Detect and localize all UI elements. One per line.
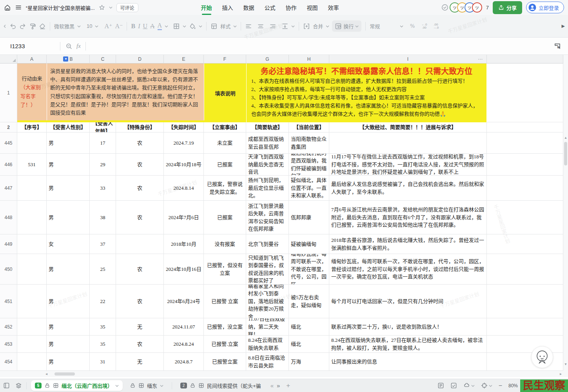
fx-icon[interactable]: fx (76, 43, 81, 49)
cell[interactable]: 无 (116, 353, 164, 371)
sheet-tab-minjian[interactable]: 2 民间线索提供（蛇头+骗 (176, 380, 265, 391)
cell[interactable]: 37 (90, 234, 116, 254)
cell[interactable]: 2018年10月 (164, 234, 204, 254)
sheet-tab-miandong[interactable]: 缅东 (126, 380, 167, 391)
borders-dropdown-icon[interactable] (183, 25, 186, 27)
fill-color-dropdown-icon[interactable] (199, 25, 202, 27)
cell[interactable]: 531 (17, 154, 47, 176)
menu-formula[interactable]: 公式 (265, 4, 276, 11)
header-cell[interactable]: 【立案事由】 (204, 122, 246, 132)
zoom-level[interactable]: 80% (508, 383, 518, 388)
column-header-h[interactable]: H (289, 55, 329, 64)
vertical-scrollbar[interactable]: ▴ ▾ (563, 55, 568, 377)
toolbar-more-icon[interactable]: ▶ (562, 24, 565, 29)
cell-fill-instructions-label[interactable]: 填表说明 (204, 64, 247, 122)
cell[interactable] (17, 353, 47, 371)
cell-origin-title[interactable]: 行动由来 （大家别写名字了！） (17, 64, 47, 120)
cell[interactable]: 2018年去曼谷旅游，随后说去缅北赚大钱，然后失踪了。曾经发过一张满脸鲜血人事不… (329, 234, 487, 254)
scroll-left-icon[interactable]: ◂ (45, 372, 47, 376)
cell[interactable]: 25 (90, 254, 116, 285)
header-cell[interactable]: 【当前位置】 (289, 122, 329, 132)
sheet-tab-dropdown-icon[interactable] (160, 385, 163, 387)
cell[interactable]: 疑似缅北，具体位置不详。一直未和家人联系。 (289, 176, 329, 201)
horizontal-scroll-thumb[interactable] (54, 372, 75, 376)
cell[interactable]: 已报案，警察说是失踪立案。 (204, 176, 246, 201)
cell[interactable] (487, 336, 563, 353)
italic-icon[interactable]: I (138, 23, 140, 30)
fill-color-icon[interactable] (189, 23, 196, 30)
row-number[interactable]: 447 (0, 176, 17, 201)
cell[interactable]: 无 (116, 318, 164, 336)
style-dropdown-icon[interactable] (233, 25, 237, 27)
cell[interactable]: 35 (90, 318, 116, 336)
cell[interactable]: 已报警.立案 (204, 336, 246, 353)
cell-privacy-notice[interactable]: 务必注意隐秘填写！不需细致暴露亲人信息！！只需大致方位 1、本表为在线表格任何人… (247, 64, 487, 122)
percent-format-icon[interactable]: % (410, 23, 415, 29)
row-number[interactable]: 453 (0, 336, 17, 353)
cell[interactable] (17, 176, 47, 201)
cell[interactable]: 农 (116, 132, 164, 154)
cell[interactable]: 已报警，但没有立案 (204, 254, 246, 285)
row-number[interactable]: 446 (0, 154, 17, 176)
header-cell[interactable]: 【大致经过、简要简要！！！进展与诉求】 (329, 122, 487, 132)
login-button[interactable]: 立即登录 (526, 2, 564, 13)
cell[interactable]: 未立案 (204, 132, 246, 154)
cell[interactable]: 农 (116, 176, 164, 201)
header-cell[interactable]: 【特殊身份】 (116, 122, 164, 132)
shapes-icon[interactable] (463, 382, 470, 389)
fit-dropdown-icon[interactable] (489, 385, 492, 387)
cell[interactable]: 男 (47, 353, 90, 371)
cell[interactable]: 被5万左右卖走，疑似缅甸 (289, 285, 329, 318)
filter-icon[interactable]: ▼ (63, 56, 68, 62)
scroll-right-icon[interactable]: ▸ (560, 372, 562, 376)
underline-icon[interactable]: U (143, 23, 147, 30)
cell[interactable] (17, 132, 47, 154)
format-painter-icon[interactable] (29, 23, 36, 30)
cell[interactable]: 疑被骗缅甸 (289, 234, 329, 254)
cell[interactable]: 瞒着家里人和同村发小飞到泰国，落地后就被劫持索要20万赎金 (246, 285, 289, 318)
sheet-tab-dropdown-icon[interactable] (115, 385, 119, 387)
cell[interactable]: 2024.11.07 (164, 318, 204, 336)
add-sheet-icon[interactable]: + (286, 382, 290, 390)
zoom-out-icon[interactable]: − (499, 382, 502, 389)
cell[interactable]: 2024.8.7 (164, 353, 204, 371)
cell[interactable]: 38 (90, 201, 116, 234)
cell[interactable]: 已报警立案 (204, 353, 246, 371)
cell[interactable] (487, 132, 563, 154)
borders-icon[interactable] (173, 23, 180, 30)
cell[interactable]: 农 (116, 285, 164, 318)
vertical-scroll-thumb[interactable] (564, 142, 567, 165)
cell[interactable] (487, 176, 563, 201)
font-name-select[interactable]: 微软雅黑 (54, 22, 74, 30)
font-color-dropdown-icon[interactable] (165, 25, 168, 27)
cell[interactable]: 缅北 (289, 336, 329, 353)
row-number[interactable]: 452 (0, 318, 17, 336)
cell[interactable]: 浙江飞到景洪最后失联，云南普洱市公安局告知在佤邦邦康 (246, 201, 289, 234)
menu-efficiency[interactable]: 效率 (328, 4, 339, 11)
cell[interactable] (17, 254, 47, 285)
cell[interactable]: 2024.7.19 (164, 132, 204, 154)
cell[interactable]: 29 (90, 154, 116, 176)
cell[interactable]: 22 (90, 285, 116, 318)
cell[interactable] (487, 318, 563, 336)
align-center-icon[interactable] (257, 23, 264, 30)
next-sheets-icon[interactable]: » (277, 382, 280, 389)
cell[interactable] (487, 201, 563, 234)
cell[interactable]: 8.24在云南西双版纳失去联系 (246, 336, 289, 353)
cell[interactable]: 男 (47, 336, 90, 353)
cell[interactable] (487, 285, 563, 318)
document-title[interactable]: “星星回家计划”全国亲朋被骗... (26, 4, 95, 11)
strikethrough-icon[interactable]: A (150, 23, 155, 30)
cell[interactable]: 农 (116, 254, 164, 285)
cell[interactable]: 男 (47, 201, 90, 234)
cell[interactable]: 每个月可以打电话回家一次，但是只有几分钟时间 (329, 285, 487, 318)
share-button[interactable]: 分享 (493, 1, 522, 14)
column-header-c[interactable]: C (90, 55, 116, 64)
cell[interactable]: 佤邦邦康 (289, 201, 329, 234)
menu-data[interactable]: 数据 (243, 4, 254, 11)
cell-reference-box[interactable]: I1233 (0, 43, 59, 49)
cell[interactable]: 已报案 (204, 201, 246, 234)
row-number[interactable]: 449 (0, 234, 17, 254)
cell[interactable]: 33 (90, 176, 116, 201)
cell[interactable] (17, 285, 47, 318)
